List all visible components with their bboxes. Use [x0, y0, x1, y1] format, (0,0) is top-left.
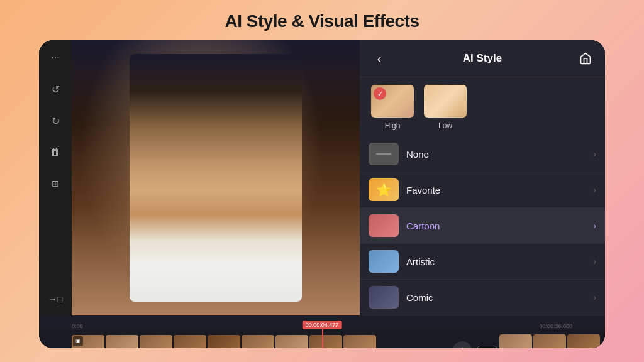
- clip-1[interactable]: ▣: [72, 335, 104, 348]
- quality-high-label: High: [385, 121, 401, 130]
- sidebar-export-icon[interactable]: →□: [45, 289, 65, 309]
- style-thumb-none: [369, 143, 399, 165]
- quality-high-thumb: ✓: [370, 84, 415, 119]
- style-thumb-cartoon: [369, 214, 399, 237]
- quality-high[interactable]: ✓ High: [370, 84, 415, 130]
- top-area: ··· ↺ ↻ 🗑 ⊞ →□ ‹: [39, 40, 605, 315]
- panel-back-button[interactable]: ‹: [370, 49, 389, 68]
- quality-row: ✓ High Low: [360, 77, 605, 136]
- quality-low-label: Low: [438, 121, 452, 130]
- video-track-clips: ▣: [72, 335, 447, 348]
- clip-extra-3[interactable]: [567, 334, 600, 348]
- style-name-none: None: [406, 149, 586, 160]
- timeline-area: 0:00 00:00:04:477 00:00:36.000 ▣: [39, 315, 605, 348]
- style-chevron-comic: ›: [593, 292, 596, 302]
- style-list: None › ⭐ Favorite › Cartoon ›: [360, 136, 605, 315]
- clip-4[interactable]: [174, 335, 206, 348]
- video-preview: [72, 40, 360, 315]
- sidebar-undo-icon[interactable]: ↺: [45, 79, 65, 99]
- clip-6[interactable]: [242, 335, 274, 348]
- timeline-ruler: 0:00 00:00:04:477 00:00:36.000: [39, 315, 605, 329]
- clip-7[interactable]: [275, 335, 308, 348]
- style-item-none[interactable]: None ›: [360, 136, 605, 172]
- style-name-artistic: Artistic: [406, 256, 586, 267]
- style-name-favorite: Favorite: [406, 185, 586, 195]
- clip-8[interactable]: [309, 335, 342, 348]
- style-name-cartoon: Cartoon: [406, 221, 586, 231]
- tablet-screen: ··· ↺ ↻ 🗑 ⊞ →□ ‹: [39, 40, 605, 348]
- sidebar-menu-icon[interactable]: ···: [45, 48, 65, 68]
- style-chevron-favorite: ›: [593, 185, 596, 195]
- panel-shop-button[interactable]: [576, 49, 595, 68]
- timeline-tracks: ▣ + 1.0x: [39, 329, 605, 348]
- ai-panel: ‹ AI Style ✓: [360, 40, 605, 315]
- sidebar-redo-icon[interactable]: ↻: [45, 111, 65, 131]
- clip-5[interactable]: [208, 335, 240, 348]
- style-item-favorite[interactable]: ⭐ Favorite ›: [360, 172, 605, 208]
- sidebar: ··· ↺ ↻ 🗑 ⊞ →□: [39, 40, 72, 315]
- style-thumb-favorite: ⭐: [369, 178, 399, 201]
- style-thumb-artistic: [369, 250, 399, 273]
- clip-3[interactable]: [140, 335, 172, 348]
- sidebar-delete-icon[interactable]: 🗑: [45, 142, 65, 162]
- playhead-line: [322, 329, 323, 348]
- clip-extra-2[interactable]: [533, 334, 566, 348]
- panel-header: ‹ AI Style: [360, 40, 605, 77]
- quality-low-thumb: [423, 84, 468, 119]
- panel-title: AI Style: [463, 52, 502, 65]
- clip-extra-1[interactable]: [499, 334, 532, 348]
- clip-9[interactable]: [343, 335, 376, 348]
- style-chevron-artistic: ›: [593, 256, 596, 266]
- page-title: AI Style & Visual Effects: [225, 11, 419, 31]
- style-item-cartoon[interactable]: Cartoon ›: [360, 208, 605, 244]
- clip-2[interactable]: [106, 335, 138, 348]
- style-chevron-cartoon: ›: [593, 221, 596, 231]
- ruler-end: 00:00:36.000: [539, 323, 572, 329]
- ruler-start: 0:00: [72, 323, 83, 329]
- style-item-comic[interactable]: Comic ›: [360, 280, 605, 315]
- style-item-artistic[interactable]: Artistic ›: [360, 244, 605, 280]
- sidebar-layers-icon[interactable]: ⊞: [45, 173, 65, 194]
- style-chevron-none: ›: [593, 149, 596, 159]
- quality-low[interactable]: Low: [423, 84, 468, 130]
- speed-badge: 1.0x: [477, 346, 497, 348]
- add-clip-button[interactable]: +: [452, 341, 472, 348]
- video-track: ▣ + 1.0x: [72, 334, 600, 348]
- playhead-badge: 00:00:04:477: [303, 321, 342, 329]
- style-thumb-comic: [369, 286, 399, 309]
- style-name-comic: Comic: [406, 292, 586, 303]
- tablet-container: ··· ↺ ↻ 🗑 ⊞ →□ ‹: [39, 40, 605, 348]
